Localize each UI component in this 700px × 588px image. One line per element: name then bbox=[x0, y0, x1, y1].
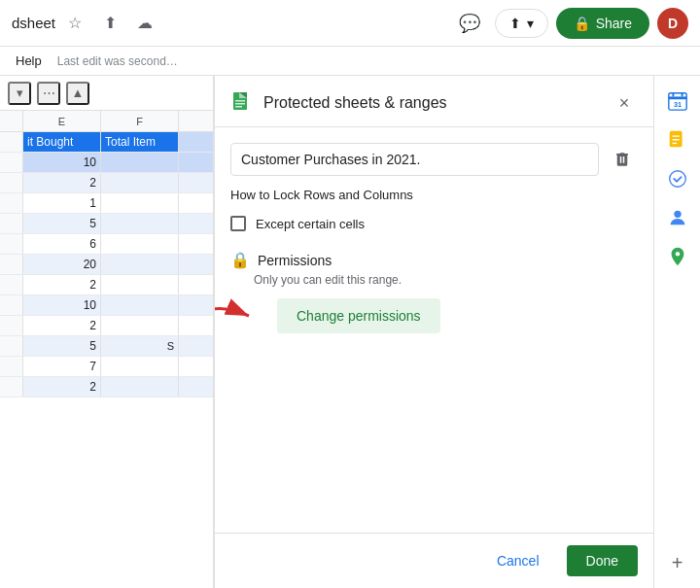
table-row[interactable]: 20 bbox=[0, 255, 213, 275]
sidebar-icon-calendar[interactable]: 31 bbox=[660, 84, 695, 119]
row-num bbox=[0, 153, 23, 172]
sidebar-add-button[interactable]: + bbox=[660, 545, 695, 580]
cell-e[interactable]: 20 bbox=[23, 255, 101, 274]
table-row[interactable]: it Bought Total Item bbox=[0, 132, 213, 153]
cell-f[interactable] bbox=[101, 275, 179, 294]
table-row[interactable]: 6 bbox=[0, 234, 213, 255]
svg-point-16 bbox=[669, 171, 685, 188]
top-bar-icons: ☆ ⬆ ☁ bbox=[61, 10, 452, 37]
cell-f[interactable] bbox=[101, 377, 179, 397]
permissions-lock-icon: 🔒 bbox=[230, 251, 250, 269]
done-button[interactable]: Done bbox=[567, 545, 638, 576]
cancel-button[interactable]: Cancel bbox=[479, 545, 557, 576]
last-edit-text: Last edit was second… bbox=[57, 54, 178, 68]
panel-header: Protected sheets & ranges × bbox=[215, 76, 653, 127]
row-num bbox=[0, 295, 23, 315]
table-row[interactable]: 1 bbox=[0, 193, 213, 214]
cell-f[interactable] bbox=[101, 234, 179, 254]
sidebar-icon-maps[interactable] bbox=[660, 239, 695, 274]
delete-range-button[interactable] bbox=[607, 144, 638, 175]
comment-icon[interactable]: 💬 bbox=[452, 6, 487, 41]
cell-e[interactable]: 2 bbox=[23, 316, 101, 335]
avatar[interactable]: D bbox=[657, 8, 688, 39]
cell-e[interactable]: 1 bbox=[23, 193, 101, 213]
change-permissions-wrapper: Change permissions bbox=[254, 298, 440, 333]
sheets-icon bbox=[230, 91, 254, 115]
share-button[interactable]: 🔒 Share bbox=[556, 8, 649, 39]
cell-e-header[interactable]: it Bought bbox=[23, 132, 101, 152]
table-row[interactable]: 10 bbox=[0, 295, 213, 316]
table-row[interactable]: 2 bbox=[0, 377, 213, 398]
cell-e[interactable]: 2 bbox=[23, 377, 101, 397]
cell-f[interactable] bbox=[101, 193, 179, 213]
more-options-icon[interactable]: ⋯ bbox=[37, 82, 60, 105]
menu-bar: Help Last edit was second… bbox=[0, 47, 700, 76]
spreadsheet: ▾ ⋯ ▲ E F it Bought Total Item 10 bbox=[0, 76, 214, 588]
table-row[interactable]: 5 bbox=[0, 214, 213, 234]
permissions-section: 🔒 Permissions Only you can edit this ran… bbox=[230, 251, 638, 333]
row-num bbox=[0, 255, 23, 274]
contacts-icon bbox=[667, 207, 688, 228]
table-row[interactable]: 2 bbox=[0, 316, 213, 336]
svg-rect-13 bbox=[672, 135, 679, 136]
collapse-icon[interactable]: ▾ bbox=[8, 82, 31, 105]
panel-close-button[interactable]: × bbox=[611, 89, 638, 117]
table-row[interactable]: 10 bbox=[0, 153, 213, 173]
grid: it Bought Total Item 10 2 1 5 bbox=[0, 132, 213, 398]
cell-f[interactable] bbox=[101, 173, 179, 192]
cell-f[interactable] bbox=[101, 255, 179, 274]
table-row[interactable]: 7 bbox=[0, 357, 213, 377]
row-num bbox=[0, 316, 23, 335]
permissions-header: 🔒 Permissions bbox=[230, 251, 638, 269]
col-e-header[interactable]: E bbox=[23, 111, 101, 131]
sidebar-icon-contacts[interactable] bbox=[660, 200, 695, 235]
cell-f[interactable] bbox=[101, 357, 179, 376]
tasks-icon bbox=[667, 168, 688, 190]
cell-f-header[interactable]: Total Item bbox=[101, 132, 179, 152]
permissions-desc: Only you can edit this range. bbox=[254, 273, 638, 287]
row-num bbox=[0, 357, 23, 376]
panel-container: Protected sheets & ranges × How to Lock … bbox=[214, 76, 653, 588]
cell-f[interactable] bbox=[101, 295, 179, 315]
drive-icon[interactable]: ⬆ bbox=[96, 10, 123, 37]
table-row[interactable]: 2 bbox=[0, 275, 213, 295]
publish-button[interactable]: ⬆ ▾ bbox=[495, 9, 548, 38]
menu-help[interactable]: Help bbox=[8, 50, 50, 72]
change-permissions-button[interactable]: Change permissions bbox=[277, 298, 440, 333]
sidebar-icon-tasks[interactable] bbox=[660, 161, 695, 196]
cell-e[interactable]: 2 bbox=[23, 275, 101, 294]
cell-e[interactable]: 5 bbox=[23, 336, 101, 356]
lock-description: How to Lock Rows and Columns bbox=[230, 188, 638, 202]
app-title: dsheet bbox=[12, 15, 55, 31]
trash-icon bbox=[613, 151, 631, 168]
svg-rect-3 bbox=[235, 103, 245, 105]
table-row[interactable]: 5 S bbox=[0, 336, 213, 357]
cell-f[interactable] bbox=[101, 316, 179, 335]
except-cells-checkbox[interactable] bbox=[230, 216, 246, 231]
table-row[interactable]: 2 bbox=[0, 173, 213, 193]
cell-e[interactable]: 2 bbox=[23, 173, 101, 192]
name-row bbox=[230, 143, 638, 176]
cell-e[interactable]: 7 bbox=[23, 357, 101, 376]
svg-rect-14 bbox=[672, 139, 679, 140]
collapse-up-icon[interactable]: ▲ bbox=[66, 82, 89, 105]
cell-e[interactable]: 10 bbox=[23, 153, 101, 172]
cell-e[interactable]: 10 bbox=[23, 295, 101, 315]
panel-body: How to Lock Rows and Columns Except cert… bbox=[215, 127, 653, 533]
cell-f[interactable] bbox=[101, 214, 179, 233]
cloud-icon[interactable]: ☁ bbox=[131, 10, 158, 37]
sidebar-icon-notes[interactable] bbox=[660, 122, 695, 157]
permissions-title: Permissions bbox=[258, 253, 332, 268]
svg-rect-12 bbox=[669, 131, 682, 148]
cell-e[interactable]: 5 bbox=[23, 214, 101, 233]
row-num bbox=[0, 275, 23, 294]
svg-rect-4 bbox=[235, 106, 242, 108]
cell-f[interactable] bbox=[101, 153, 179, 172]
cell-e[interactable]: 6 bbox=[23, 234, 101, 254]
publish-dropdown-icon: ▾ bbox=[527, 16, 534, 31]
cell-f[interactable]: S bbox=[101, 336, 179, 356]
col-f-header[interactable]: F bbox=[101, 111, 179, 131]
range-name-input[interactable] bbox=[230, 143, 599, 176]
star-icon[interactable]: ☆ bbox=[61, 10, 88, 37]
calendar-icon: 31 bbox=[667, 90, 688, 112]
